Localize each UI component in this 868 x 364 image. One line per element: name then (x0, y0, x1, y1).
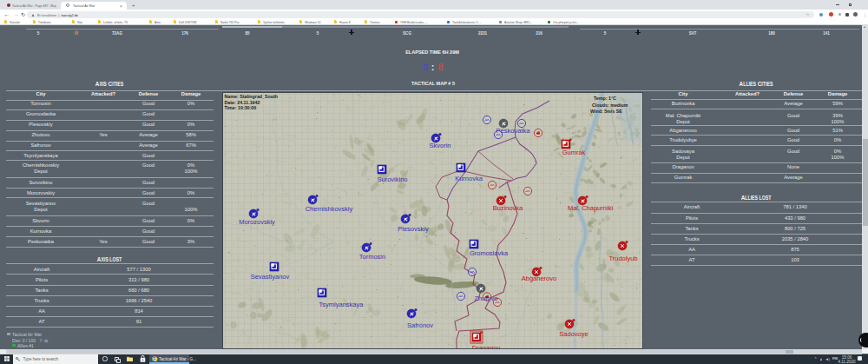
svg-text:Abganerovo: Abganerovo (522, 275, 556, 282)
svg-text:Buzinovka: Buzinovka (493, 204, 523, 212)
svg-text:Kurnovka: Kurnovka (455, 175, 483, 182)
svg-text:Morozovskiy: Morozovskiy (239, 218, 275, 226)
svg-text:Time: 10:30:00: Time: 10:30:00 (225, 105, 257, 110)
svg-text:Clouds: medium: Clouds: medium (592, 103, 628, 108)
svg-text:Skvorin: Skvorin (429, 142, 450, 149)
svg-text:Sadovoye: Sadovoye (559, 330, 588, 338)
svg-text:Zhutovo: Zhutovo (474, 295, 497, 302)
svg-text:Tormosin: Tormosin (359, 253, 385, 261)
svg-text:Surovikino: Surovikino (377, 175, 407, 183)
svg-text:Temp: 1°C: Temp: 1°C (594, 96, 616, 101)
svg-text:Peskovatka: Peskovatka (496, 127, 531, 135)
svg-text:Trudolyub: Trudolyub (608, 255, 637, 262)
svg-text:Gumrak: Gumrak (562, 149, 586, 156)
svg-text:Gromoslavka: Gromoslavka (470, 249, 509, 257)
svg-text:Tsymlyanskaya: Tsymlyanskaya (319, 301, 365, 308)
svg-text:Sevastiyanov: Sevastiyanov (251, 273, 290, 281)
svg-text:Plesovskiy: Plesovskiy (398, 225, 429, 233)
svg-text:Mal. Chapurniki: Mal. Chapurniki (568, 204, 613, 212)
svg-text:Safronov: Safronov (407, 321, 433, 329)
svg-text:Chernishkovskiy: Chernishkovskiy (306, 205, 353, 213)
svg-text:Wind: 5m/s SE: Wind: 5m/s SE (590, 109, 622, 114)
svg-text:Name: Stalingrad_South: Name: Stalingrad_South (225, 94, 279, 99)
svg-text:Date: 24.11.1942: Date: 24.11.1942 (225, 100, 260, 105)
